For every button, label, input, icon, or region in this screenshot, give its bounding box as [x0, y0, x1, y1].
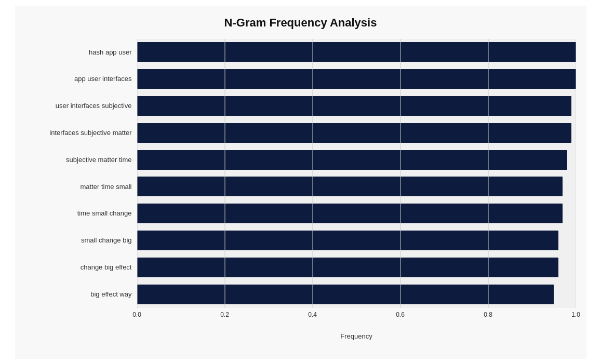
y-label: small change big — [25, 236, 137, 245]
bar-row — [137, 41, 576, 63]
x-tick: 0.6 — [396, 311, 405, 318]
y-label: interfaces subjective matter — [25, 129, 137, 137]
bar — [137, 204, 563, 223]
x-tick: 0.4 — [308, 311, 317, 318]
chart-area: hash app userapp user interfacesuser int… — [25, 39, 576, 325]
x-tick: 0.0 — [132, 311, 141, 318]
bar — [137, 96, 572, 116]
bar-row — [137, 68, 576, 90]
bars-container — [137, 39, 576, 308]
bar-row — [137, 283, 576, 306]
bar-row — [137, 95, 576, 117]
x-tick: 0.2 — [220, 311, 229, 318]
bar — [137, 150, 567, 170]
y-label: time small change — [25, 209, 137, 218]
bar — [137, 231, 558, 250]
bar-row — [137, 229, 576, 252]
y-label: hash app user — [25, 48, 137, 57]
bar — [137, 258, 558, 277]
y-label: app user interfaces — [25, 75, 137, 83]
bar — [137, 123, 572, 143]
bar — [137, 177, 563, 196]
x-axis-label: Frequency — [340, 332, 372, 340]
y-axis: hash app userapp user interfacesuser int… — [25, 39, 137, 325]
y-label: big effect way — [25, 290, 137, 299]
bar — [137, 69, 576, 89]
y-label: matter time small — [25, 183, 137, 191]
y-label: user interfaces subjective — [25, 102, 137, 110]
x-tick: 0.8 — [484, 311, 492, 318]
bar-row — [137, 175, 576, 198]
x-tick: 1.0 — [571, 311, 580, 318]
chart-container: N-Gram Frequency Analysis hash app usera… — [15, 6, 586, 359]
bar-row — [137, 122, 576, 144]
chart-title: N-Gram Frequency Analysis — [25, 16, 576, 30]
bar-row — [137, 256, 576, 279]
bar-row — [137, 149, 576, 171]
plot-area: Frequency 0.00.20.40.60.81.0 — [137, 39, 576, 325]
bar — [137, 285, 554, 304]
y-label: subjective matter time — [25, 156, 137, 164]
bar — [137, 42, 576, 62]
x-axis: Frequency 0.00.20.40.60.81.0 — [137, 308, 576, 325]
y-label: change big effect — [25, 263, 137, 272]
bar-row — [137, 202, 576, 225]
